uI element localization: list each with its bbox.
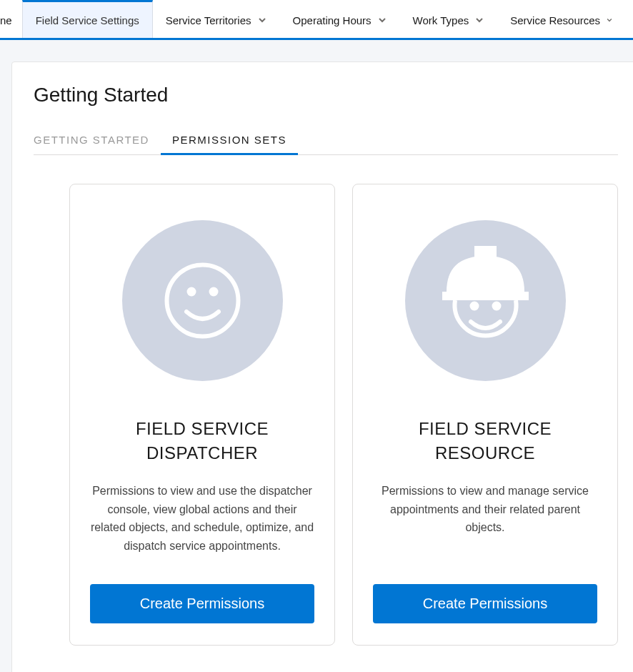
tab-label: PERMISSION SETS — [172, 134, 286, 146]
chevron-down-icon — [377, 15, 387, 25]
chevron-down-icon — [606, 15, 613, 25]
nav-label: Service Territories — [166, 14, 251, 26]
permission-cards: FIELD SERVICE DISPATCHER Permissions to … — [69, 184, 618, 646]
svg-point-6 — [469, 302, 479, 311]
nav-item-work-types[interactable]: Work Types — [400, 0, 498, 38]
card-title: FIELD SERVICE DISPATCHER — [90, 417, 314, 465]
tab-getting-started[interactable]: GETTING STARTED — [34, 127, 161, 154]
card-dispatcher: FIELD SERVICE DISPATCHER Permissions to … — [69, 184, 335, 646]
page-title: Getting Started — [34, 84, 618, 107]
nav-item-operating-hours[interactable]: Operating Hours — [280, 0, 400, 38]
nav-label: Work Types — [413, 14, 469, 26]
card-description: Permissions to view and manage service a… — [373, 482, 597, 555]
chevron-down-icon — [257, 15, 267, 25]
chevron-down-icon — [474, 15, 484, 25]
create-permissions-button[interactable]: Create Permissions — [373, 584, 597, 623]
nav-label: Service Resources — [510, 14, 600, 26]
card-description: Permissions to view and use the dispatch… — [90, 482, 314, 555]
nav-item-service-territories[interactable]: Service Territories — [153, 0, 280, 38]
nav-label: ne — [0, 14, 12, 26]
svg-rect-5 — [474, 246, 497, 266]
svg-point-3 — [209, 287, 218, 297]
content-card: Getting Started GETTING STARTED PERMISSI… — [11, 61, 633, 672]
dispatcher-smiley-icon — [122, 220, 283, 381]
nav-label: Field Service Settings — [36, 14, 139, 26]
create-permissions-button[interactable]: Create Permissions — [90, 584, 314, 623]
nav-item-field-service-settings[interactable]: Field Service Settings — [22, 0, 153, 38]
svg-point-4 — [405, 220, 566, 381]
card-resource: FIELD SERVICE RESOURCE Permissions to vi… — [352, 184, 618, 646]
card-title: FIELD SERVICE RESOURCE — [373, 417, 597, 465]
nav-label: Operating Hours — [293, 14, 372, 26]
tabs: GETTING STARTED PERMISSION SETS — [34, 127, 618, 155]
resource-hardhat-smiley-icon — [405, 220, 566, 381]
svg-point-0 — [122, 220, 283, 381]
tab-label: GETTING STARTED — [34, 134, 149, 146]
svg-point-7 — [492, 302, 501, 311]
top-navigation: ne Field Service Settings Service Territ… — [0, 0, 633, 40]
nav-item-service-resources[interactable]: Service Resources — [497, 0, 626, 38]
tab-permission-sets[interactable]: PERMISSION SETS — [161, 127, 298, 154]
svg-point-2 — [186, 287, 196, 297]
nav-item-home-partial[interactable]: ne — [0, 0, 22, 38]
